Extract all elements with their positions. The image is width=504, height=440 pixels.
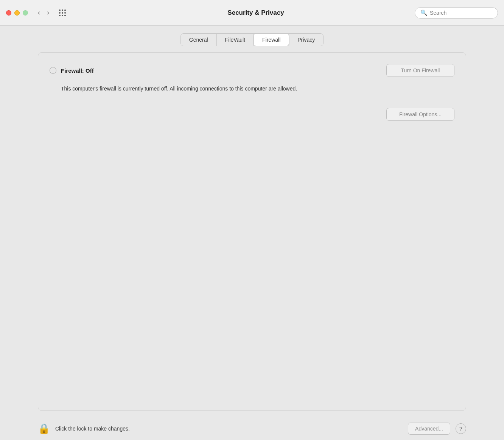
tab-firewall[interactable]: Firewall <box>254 34 289 46</box>
lock-text: Click the lock to make changes. <box>55 426 403 432</box>
firewall-description: This computer's firewall is currently tu… <box>61 84 326 93</box>
grid-icon <box>59 9 66 16</box>
firewall-status-left: Firewall: Off <box>50 67 94 74</box>
firewall-status-label: Firewall: Off <box>61 67 94 74</box>
back-button[interactable]: ‹ <box>36 7 42 18</box>
lock-icon[interactable]: 🔒 <box>38 423 50 435</box>
tabs-area: General FileVault Firewall Privacy <box>0 26 504 46</box>
turn-on-firewall-button[interactable]: Turn On Firewall <box>386 64 454 77</box>
search-icon: 🔍 <box>420 9 428 16</box>
maximize-button[interactable] <box>23 10 28 16</box>
forward-button[interactable]: › <box>45 7 51 18</box>
firewall-header: Firewall: Off Turn On Firewall <box>50 64 454 77</box>
close-button[interactable] <box>6 10 11 16</box>
tab-filevault[interactable]: FileVault <box>217 34 254 46</box>
search-box[interactable]: 🔍 <box>415 7 498 19</box>
tab-privacy[interactable]: Privacy <box>289 34 323 46</box>
bottom-bar: 🔒 Click the lock to make changes. Advanc… <box>0 417 504 440</box>
help-button[interactable]: ? <box>456 423 466 434</box>
minimize-button[interactable] <box>14 10 20 16</box>
nav-buttons: ‹ › <box>36 7 51 18</box>
content-wrapper: Firewall: Off Turn On Firewall This comp… <box>0 46 504 417</box>
traffic-lights <box>6 10 28 16</box>
firewall-options-row: Firewall Options... <box>50 108 454 121</box>
firewall-options-button[interactable]: Firewall Options... <box>386 108 454 121</box>
content-panel: Firewall: Off Turn On Firewall This comp… <box>38 52 466 411</box>
search-input[interactable] <box>430 10 492 16</box>
advanced-button[interactable]: Advanced... <box>408 423 450 435</box>
titlebar: ‹ › Security & Privacy 🔍 <box>0 0 504 26</box>
grid-button[interactable] <box>56 8 69 18</box>
status-indicator <box>50 67 56 74</box>
window-title: Security & Privacy <box>227 9 284 17</box>
tab-general[interactable]: General <box>181 34 217 46</box>
tabs-container: General FileVault Firewall Privacy <box>180 33 324 46</box>
